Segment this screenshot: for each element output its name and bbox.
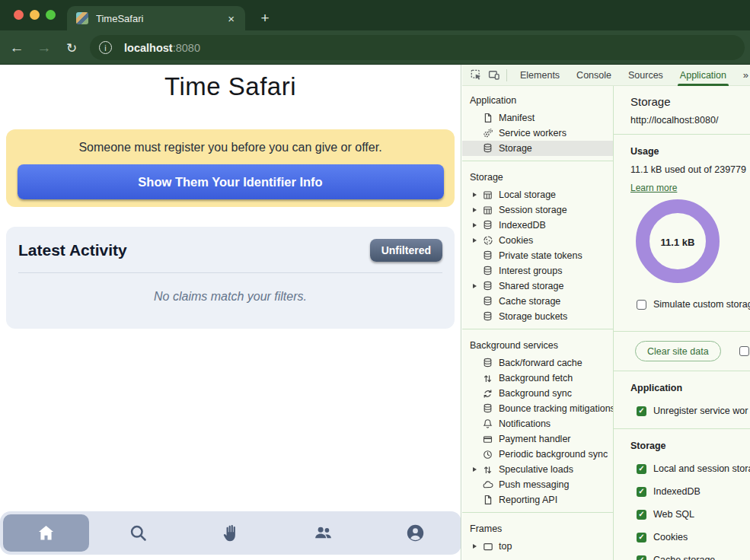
sidebar-item-speculative-loads[interactable]: Speculative loads [462, 462, 613, 477]
latest-activity-heading: Latest Activity [18, 241, 127, 259]
sidebar-item-notifications[interactable]: Notifications [462, 416, 613, 431]
donut-label: 11.1 kB [635, 237, 720, 248]
close-window-button[interactable] [14, 10, 24, 20]
sidebar-item-storage-buckets[interactable]: Storage buckets [462, 309, 613, 324]
gears-icon [482, 128, 493, 139]
site-info-icon[interactable]: i [99, 41, 112, 54]
expand-icon[interactable] [473, 208, 479, 212]
cookies-checkbox[interactable]: ✓ [637, 533, 646, 542]
minimize-window-button[interactable] [30, 10, 40, 20]
device-toolbar-icon[interactable] [487, 68, 502, 83]
section-storage: Storage [462, 166, 613, 187]
tab-sources[interactable]: Sources [620, 65, 672, 86]
address-bar[interactable]: i localhost:8080 [90, 35, 745, 60]
expand-icon[interactable] [473, 467, 479, 472]
new-tab-button[interactable]: + [256, 9, 274, 27]
tab-application[interactable]: Application [672, 65, 735, 86]
sidebar-item-session-storage[interactable]: Session storage [462, 202, 613, 218]
cache-storage-row: ✓ Cache storage [637, 555, 750, 560]
zoom-window-button[interactable] [46, 10, 56, 20]
sidebar-item-reporting-api[interactable]: Reporting API [462, 492, 613, 508]
panel-divider [614, 134, 750, 135]
document-icon [482, 495, 493, 506]
page-content: Time Safari Someone must register you be… [0, 65, 461, 560]
sidebar-item-bounce-tracking-mitigations[interactable]: Bounce tracking mitigations [462, 401, 613, 416]
tab-favicon [76, 12, 88, 24]
database-icon [482, 281, 493, 292]
web-sql-row: ✓ Web SQL [637, 509, 750, 520]
indexeddb-checkbox[interactable]: ✓ [637, 487, 646, 497]
indexeddb-row: ✓ IndexedDB [637, 486, 750, 497]
local-session-storage-checkbox[interactable]: ✓ [637, 464, 646, 474]
include-third-party-checkbox[interactable] [739, 346, 749, 356]
registration-alert: Someone must register you before you can… [6, 129, 455, 207]
tab-console[interactable]: Console [568, 65, 620, 86]
nav-contacts[interactable] [277, 511, 369, 555]
nav-search[interactable] [92, 511, 184, 555]
unfiltered-button[interactable]: Unfiltered [370, 239, 442, 262]
sidebar-item-background-sync[interactable]: Background sync [462, 386, 613, 401]
database-icon [482, 296, 493, 307]
browser-tab[interactable]: TimeSafari × [67, 6, 245, 30]
sidebar-item-cookies[interactable]: Cookies [462, 233, 613, 248]
table-icon [482, 189, 493, 201]
tab-elements[interactable]: Elements [512, 65, 568, 86]
up-down-arrows-icon [482, 373, 493, 384]
sidebar-item-storage[interactable]: Storage [462, 141, 613, 156]
back-button[interactable]: ← [8, 39, 26, 57]
more-tabs-icon[interactable]: » [743, 69, 748, 81]
expand-icon[interactable] [473, 223, 479, 228]
card-icon [482, 434, 493, 445]
sidebar-item-manifest[interactable]: Manifest [462, 110, 613, 126]
storage-panel: Storage http://localhost:8080/ Usage 11.… [614, 86, 750, 560]
clear-site-data-button[interactable]: Clear site data [635, 341, 721, 361]
show-identifier-button[interactable]: Show Them Your Identifier Info [18, 164, 444, 199]
usage-heading: Usage [630, 146, 750, 157]
clock-icon [482, 449, 493, 460]
sidebar-item-back-forward-cache[interactable]: Back/forward cache [462, 355, 613, 371]
simulate-quota-row: Simulate custom storag [637, 299, 750, 310]
simulate-quota-checkbox[interactable] [637, 300, 646, 310]
web-sql-checkbox[interactable]: ✓ [637, 510, 646, 520]
expand-icon[interactable] [473, 284, 479, 288]
sidebar-item-cache-storage[interactable]: Cache storage [462, 294, 613, 309]
panel-origin: http://localhost:8080/ [630, 115, 750, 126]
expand-icon[interactable] [473, 238, 479, 243]
tab-close-button[interactable]: × [225, 11, 238, 26]
sidebar-item-push-messaging[interactable]: Push messaging [462, 477, 613, 492]
learn-more-link[interactable]: Learn more [630, 183, 677, 193]
nav-home[interactable] [0, 511, 92, 555]
sidebar-divider [462, 161, 613, 161]
reload-button[interactable]: ↻ [62, 39, 81, 57]
sidebar-item-top-frame[interactable]: top [462, 539, 613, 554]
sidebar-item-periodic-background-sync[interactable]: Periodic background sync [462, 447, 613, 462]
people-icon [313, 523, 334, 543]
url-text: localhost:8080 [124, 42, 200, 54]
alert-message: Someone must register you before you can… [6, 141, 455, 154]
panel-title: Storage [630, 95, 750, 108]
cache-storage-checkbox[interactable]: ✓ [637, 555, 646, 560]
nav-offers[interactable] [184, 511, 276, 555]
page-title: Time Safari [0, 72, 461, 101]
sidebar-item-interest-groups[interactable]: Interest groups [462, 263, 613, 278]
inspect-element-icon[interactable] [468, 68, 484, 83]
home-active-pill[interactable] [3, 514, 89, 552]
sidebar-item-service-workers[interactable]: Service workers [462, 126, 613, 141]
sidebar-item-background-fetch[interactable]: Background fetch [462, 371, 613, 386]
latest-activity-card: Latest Activity Unfiltered No claims mat… [6, 227, 455, 329]
expand-icon[interactable] [473, 192, 479, 197]
forward-button[interactable]: → [35, 39, 53, 57]
sidebar-item-private-state-tokens[interactable]: Private state tokens [462, 248, 613, 263]
sidebar-item-shared-storage[interactable]: Shared storage [462, 278, 613, 294]
expand-icon[interactable] [473, 544, 479, 549]
nav-profile[interactable] [369, 511, 461, 555]
cloud-icon [482, 479, 493, 491]
storage-heading: Storage [630, 441, 750, 451]
empty-claims-message: No claims match your filters. [6, 290, 455, 304]
sync-icon [482, 388, 493, 399]
sidebar-item-indexeddb[interactable]: IndexedDB [462, 218, 613, 233]
sidebar-item-payment-handler[interactable]: Payment handler [462, 431, 613, 447]
database-icon [482, 403, 493, 415]
sidebar-item-local-storage[interactable]: Local storage [462, 187, 613, 202]
unregister-sw-checkbox[interactable]: ✓ [637, 406, 646, 416]
